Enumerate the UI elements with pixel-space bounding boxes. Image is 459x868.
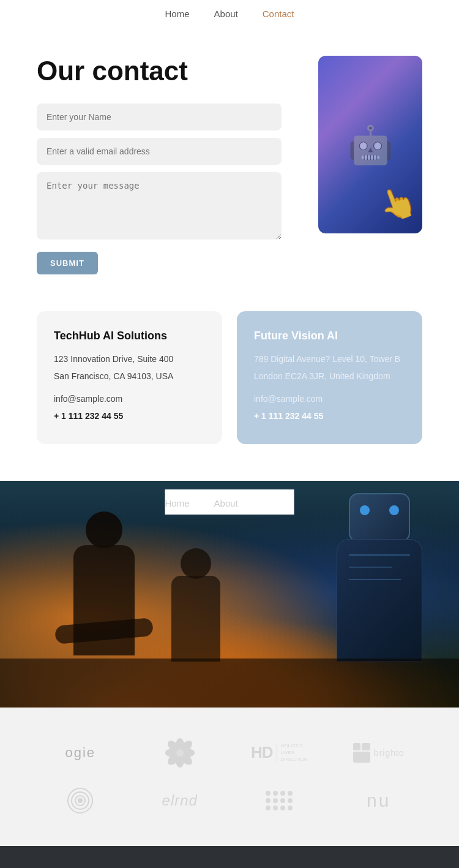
logo-brighto-icon	[353, 743, 370, 763]
banner-nav: Home About Contact	[165, 489, 294, 515]
card-phone-1: + 1 111 232 44 55	[254, 409, 405, 423]
svg-point-23	[273, 806, 278, 810]
contact-title: Our contact	[37, 56, 282, 86]
banner-scene	[0, 481, 459, 708]
submit-button[interactable]: SUBMIT	[37, 252, 98, 274]
svg-rect-9	[353, 743, 360, 750]
logos-section: ogie HD HOLISTICLIVESDIRECTION	[0, 708, 459, 846]
card-email-1: info@sample.com	[254, 392, 405, 406]
logo-ogie: ogie	[37, 745, 124, 761]
svg-rect-10	[362, 743, 370, 750]
hero-image: 👆	[318, 56, 422, 233]
svg-point-21	[280, 798, 285, 803]
logo-hd-subtitle: HOLISTICLIVESDIRECTION	[281, 742, 308, 763]
logo-nu-text: nu	[367, 790, 390, 811]
card-title-0: TechHub AI Solutions	[54, 330, 205, 342]
card-email-0: info@sample.com	[54, 392, 205, 406]
card-futurevision: Future Vision AI 789 Digital Avenue? Lev…	[237, 311, 422, 444]
svg-point-20	[273, 798, 278, 803]
banner-nav-about[interactable]: About	[214, 498, 238, 508]
card-techhub: TechHub AI Solutions 123 Innovation Driv…	[37, 311, 222, 444]
banner-section: Home About Contact	[0, 481, 459, 708]
logo-circles	[37, 786, 124, 815]
svg-point-19	[266, 798, 271, 803]
logo-dots-icon	[264, 790, 294, 812]
logo-elrnd-text: elrnd	[162, 792, 198, 809]
logo-flower	[136, 738, 224, 768]
svg-point-17	[273, 791, 278, 796]
card-phone-0: + 1 111 232 44 55	[54, 409, 205, 423]
card-address2-1: London EC2A 3JR, United Kingdom	[254, 369, 405, 383]
svg-point-25	[288, 791, 293, 796]
logo-brighto-text: brighto	[374, 748, 405, 758]
name-input[interactable]	[37, 104, 282, 130]
svg-point-16	[266, 791, 271, 796]
nav-home[interactable]: Home	[165, 9, 190, 19]
hand-icon: 👆	[373, 180, 421, 227]
logo-hd: HD HOLISTICLIVESDIRECTION	[236, 742, 323, 763]
contact-image-area: 👆	[300, 56, 422, 233]
subscribe-section: Subscribe for latest updates & insights …	[0, 846, 459, 868]
logo-nu: nu	[335, 790, 423, 811]
contact-form: SUBMIT	[37, 104, 282, 274]
logo-ogie-text: ogie	[65, 745, 95, 761]
svg-point-15	[78, 799, 82, 802]
card-address2-0: San Francisco, CA 94103, USA	[54, 369, 205, 383]
cards-section: TechHub AI Solutions 123 Innovation Driv…	[0, 311, 459, 481]
contact-section: Our contact SUBMIT 👆	[0, 25, 459, 311]
svg-point-8	[176, 749, 184, 757]
svg-point-27	[288, 806, 293, 810]
svg-point-22	[266, 806, 271, 810]
logo-dots	[236, 790, 323, 812]
logo-circles-icon	[65, 786, 95, 815]
card-title-1: Future Vision AI	[254, 330, 405, 342]
email-input[interactable]	[37, 138, 282, 165]
svg-point-24	[280, 806, 285, 810]
logo-brighto: brighto	[335, 743, 423, 763]
logo-elrnd: elrnd	[136, 792, 224, 809]
svg-rect-11	[353, 752, 370, 763]
logo-hd-text: HD	[251, 743, 273, 762]
main-nav: Home About Contact	[0, 0, 459, 25]
nav-contact[interactable]: Contact	[263, 9, 294, 19]
logo-flower-icon	[165, 738, 195, 768]
card-address1-0: 123 Innovation Drive, Suite 400	[54, 352, 205, 366]
svg-point-26	[288, 798, 293, 803]
banner-nav-home[interactable]: Home	[165, 498, 190, 508]
nav-about[interactable]: About	[214, 9, 238, 19]
svg-point-18	[280, 791, 285, 796]
card-address1-1: 789 Digital Avenue? Level 10, Tower B	[254, 352, 405, 366]
message-input[interactable]	[37, 172, 282, 240]
banner-nav-contact[interactable]: Contact	[263, 498, 294, 508]
contact-left: Our contact SUBMIT	[37, 56, 282, 274]
